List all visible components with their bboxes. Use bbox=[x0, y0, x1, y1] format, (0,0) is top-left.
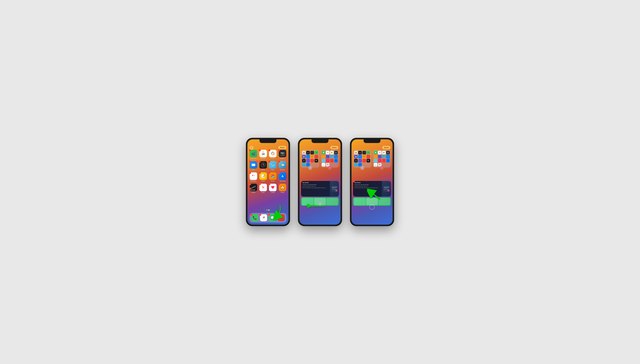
dock-item-phone[interactable]: − 📞 bbox=[251, 214, 259, 221]
mini-icon: 🛍️ bbox=[382, 155, 386, 158]
app-item-clock[interactable]: − Clock bbox=[259, 161, 267, 170]
mini-icon-cal: 18 bbox=[322, 163, 325, 166]
app-item-notes[interactable]: − 📝 Notes bbox=[259, 172, 267, 182]
remove-badge-notes[interactable]: − bbox=[259, 172, 261, 174]
check-circle-3[interactable]: ✓ bbox=[360, 166, 364, 170]
mini-icon: 📷 bbox=[386, 151, 390, 154]
svg-rect-41 bbox=[384, 187, 389, 188]
remove-badge-health[interactable]: − bbox=[268, 183, 270, 185]
phone-2: Done 📻 ⬛ 📱 🎮 ⭐ 🌐 📚 bbox=[298, 138, 342, 226]
app-item-camera[interactable]: − 📷 Camera bbox=[279, 150, 287, 159]
app-label-camera: Camera bbox=[280, 158, 285, 159]
mini-icon: 18 bbox=[378, 151, 382, 154]
check-circle-4[interactable]: ✓ bbox=[380, 166, 384, 170]
phone-1-screen: + Done − 📹 FaceTime − FRI 18 bbox=[247, 139, 289, 225]
app-item-photos[interactable]: − bbox=[269, 150, 277, 159]
remove-badge-weather[interactable]: − bbox=[278, 160, 280, 163]
page-dots-1 bbox=[264, 208, 271, 212]
app-item-health[interactable]: − Health bbox=[269, 184, 277, 193]
mini-icon: 💬 bbox=[374, 151, 377, 154]
remove-badge-reminders[interactable]: − bbox=[249, 172, 251, 174]
check-circle-1[interactable]: ✓ bbox=[308, 166, 312, 170]
mini-icon-cal: 18 bbox=[374, 163, 377, 166]
dock-item-safari[interactable]: − bbox=[260, 214, 267, 221]
page-card-3[interactable]: 📻 ⬛ 📱 🎮 ⭐ 🌐 📚 🔴 ⬛ 🟣 ❌ 🔍 bbox=[353, 150, 371, 168]
page-card-2[interactable]: 💬 18 🖼️ 📷 🎨 📺 🛍️ 🔧 🗺️ ❤️ 🎵 A bbox=[321, 150, 339, 168]
remove-badge-mail[interactable]: − bbox=[249, 160, 251, 163]
mini-icon: 🎵 bbox=[382, 159, 386, 162]
page-card-4[interactable]: 💬 18 🖼️ 📷 🎨 📺 🛍️ 🔧 🗺️ ❤️ 🎵 A bbox=[373, 150, 391, 168]
mini-icon: 🎨 bbox=[374, 155, 377, 158]
remove-badge-appstore[interactable]: − bbox=[278, 172, 280, 174]
svg-rect-33 bbox=[332, 188, 336, 189]
mini-icon: 🔴 bbox=[315, 155, 318, 158]
svg-rect-18 bbox=[252, 177, 253, 177]
mini-icon: 🎨 bbox=[322, 155, 325, 158]
green-arrow-1 bbox=[271, 204, 284, 220]
done-button-2[interactable]: Done bbox=[330, 146, 338, 149]
remove-badge-dock-phone[interactable]: − bbox=[250, 214, 252, 216]
notch-3 bbox=[364, 139, 380, 143]
mini-icon: ⬛ bbox=[302, 159, 306, 162]
svg-rect-43 bbox=[384, 189, 388, 190]
app-item-mail[interactable]: − ✉️ 1 Mail bbox=[250, 161, 257, 170]
mini-icon: 📱 bbox=[310, 151, 314, 154]
app-item-news[interactable]: − N News bbox=[259, 184, 267, 193]
app-label-appstore: App Store bbox=[280, 180, 285, 182]
remove-badge-widget[interactable]: − bbox=[249, 188, 251, 190]
mini-icon: 🐦 bbox=[354, 163, 358, 166]
news-content: Top Stories LA Dems score stunning 'Blue… bbox=[301, 181, 330, 196]
remove-badge-clock[interactable]: − bbox=[259, 160, 261, 163]
mini-icon: 🖼️ bbox=[382, 151, 386, 154]
remove-badge-stocks[interactable]: − bbox=[249, 183, 251, 185]
app-label-health: Health bbox=[271, 192, 275, 193]
app-item-maps[interactable]: − 🗺️ Maps bbox=[269, 161, 277, 170]
remove-badge-dock-messages[interactable]: − bbox=[268, 214, 270, 216]
app-item-home[interactable]: − 🏠 Home bbox=[279, 184, 287, 193]
page-card-3-apps: 📻 ⬛ 📱 🎮 ⭐ 🌐 📚 🔴 ⬛ 🟣 ❌ 🔍 bbox=[354, 151, 370, 166]
done-button-1[interactable]: Done bbox=[278, 146, 286, 149]
app-label-maps: Maps bbox=[271, 169, 274, 170]
app-label-clock: Clock bbox=[261, 169, 265, 170]
app-label-reminders: Reminders bbox=[250, 180, 257, 182]
green-arrow-2 bbox=[307, 203, 325, 209]
photo-thumb bbox=[326, 198, 338, 205]
news-title-3: Top Stories bbox=[354, 182, 381, 183]
done-button-3[interactable]: Done bbox=[382, 146, 390, 149]
app-item-books[interactable]: − 📚 Books bbox=[269, 172, 277, 182]
remove-badge-widget-3[interactable]: − bbox=[353, 180, 355, 182]
mini-icon: 📷 bbox=[334, 151, 338, 154]
news-image-3 bbox=[382, 181, 391, 196]
remove-badge-maps[interactable]: − bbox=[268, 160, 270, 163]
page-card-1-wrapper: 📻 ⬛ 📱 🎮 ⭐ 🌐 📚 🔴 ⬛ 🟣 ❌ 🔍 bbox=[301, 150, 319, 168]
remove-badge-home[interactable]: − bbox=[278, 183, 280, 185]
news-widget[interactable]: Top Stories LA Dems score stunning 'Blue… bbox=[301, 181, 339, 196]
app-item-facetime[interactable]: − 📹 FaceTime bbox=[250, 150, 257, 159]
news-item-3-1: LA Dems score stunning 'Blue Wall' bbox=[354, 184, 381, 185]
app-item-reminders[interactable]: − Reminders bbox=[250, 172, 257, 182]
remove-badge-calendar[interactable]: − bbox=[259, 149, 261, 151]
app-item-appstore[interactable]: − A App Store bbox=[279, 172, 287, 182]
svg-rect-32 bbox=[332, 187, 337, 188]
phone-3: Done 📻 ⬛ 📱 🎮 ⭐ 🌐 📚 bbox=[350, 138, 394, 226]
mini-icon: 🔴 bbox=[367, 155, 370, 158]
remove-badge-news[interactable]: − bbox=[259, 183, 261, 185]
svg-point-35 bbox=[335, 190, 337, 192]
page-card-1[interactable]: 📻 ⬛ 📱 🎮 ⭐ 🌐 📚 🔴 ⬛ 🟣 ❌ 🔍 bbox=[301, 150, 319, 168]
mini-icon: 🔧 bbox=[334, 155, 338, 158]
calendar-widget-wrapper: − JUNE MTWTFSS 12345 6789101112 13141516… bbox=[250, 188, 255, 191]
news-title: Top Stories bbox=[302, 182, 329, 183]
app-label-photos: Photos bbox=[271, 158, 275, 159]
check-circle-2[interactable]: ✓ bbox=[328, 166, 332, 170]
app-item-calendar[interactable]: − FRI 18 Calendar bbox=[259, 150, 267, 159]
plus-button-1[interactable]: + bbox=[250, 146, 253, 150]
remove-badge-camera[interactable]: − bbox=[278, 149, 280, 151]
mini-icon: 🟣 bbox=[358, 159, 362, 162]
remove-badge-photos[interactable]: − bbox=[268, 149, 270, 151]
photo-thumb-3 bbox=[354, 198, 366, 205]
mini-icon: ⬛ bbox=[354, 159, 358, 162]
app-item-weather[interactable]: − 🌤️ Weather bbox=[279, 161, 287, 170]
remove-badge-dock-safari[interactable]: − bbox=[259, 214, 261, 216]
remove-badge-books[interactable]: − bbox=[268, 172, 270, 174]
page-card-2-apps: 💬 18 🖼️ 📷 🎨 📺 🛍️ 🔧 🗺️ ❤️ 🎵 A bbox=[322, 151, 338, 166]
